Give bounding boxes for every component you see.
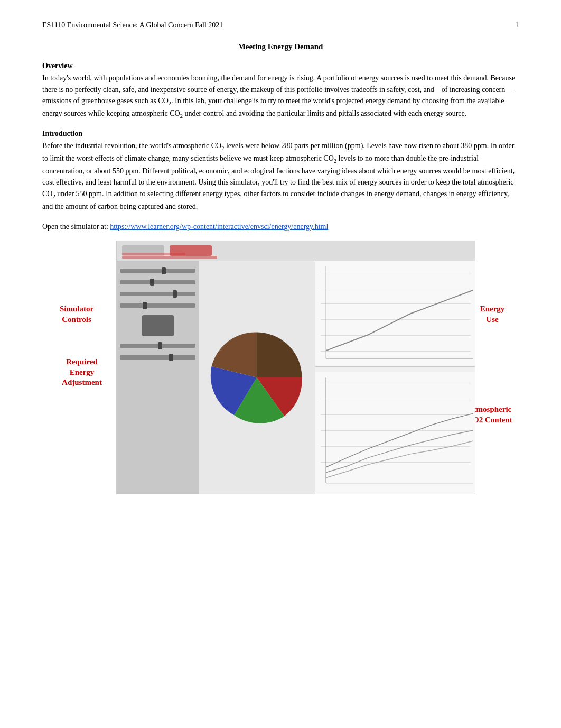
course-header: ES1110 Environmental Science: A Global C… [42,21,223,30]
simulator-url[interactable]: https://www.learner.org/wp-content/inter… [110,223,328,231]
introduction-heading: Introduction [42,130,519,138]
simulator-screenshot [116,241,475,494]
page-number: 1 [515,21,519,30]
simulator-controls-label: SimulatorControls [60,305,94,324]
overview-heading: Overview [42,62,519,70]
energy-use-label: EnergyUse [480,305,505,324]
page-title: Meeting Energy Demand [42,42,519,51]
simulator-link-prefix: Open the simulator at: [42,223,110,231]
energy-mix-pie-chart [207,327,307,428]
overview-text: In today's world, with populations and e… [42,72,519,121]
simulator-diagram: Lesson Energy MixAdjustment SimulatorCon… [42,241,519,505]
simulator-link-line: Open the simulator at: https://www.learn… [42,221,519,233]
introduction-text: Before the industrial revolution, the wo… [42,140,519,213]
required-energy-label: RequiredEnergyAdjustment [62,357,102,386]
